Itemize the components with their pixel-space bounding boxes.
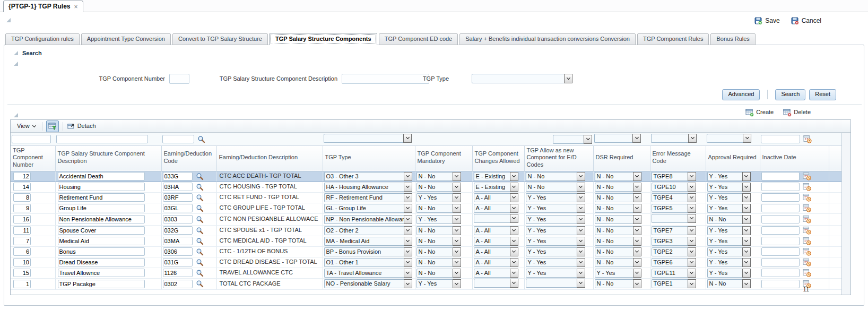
component-number-input[interactable]	[13, 226, 31, 235]
window-tab[interactable]: {PTGP-1} TGP Rules ×	[3, 1, 83, 12]
inactive-date-input[interactable]	[761, 237, 800, 245]
tgp-type-select[interactable]: NP - Non Pensionable Allowance	[324, 215, 412, 224]
column-header[interactable]: Earning/Deduction Description	[216, 145, 323, 171]
inactive-date-input[interactable]	[761, 269, 800, 277]
create-button[interactable]: Create	[745, 108, 774, 117]
component-description-input[interactable]	[58, 247, 145, 256]
collapse-triangle-icon[interactable]	[6, 18, 11, 22]
filter-inactive-date-input[interactable]	[761, 135, 800, 143]
calendar-icon[interactable]	[803, 247, 811, 256]
tab[interactable]: Bonus Rules	[710, 33, 755, 45]
dsr-required-select[interactable]: N - No	[595, 237, 641, 246]
component-description-input[interactable]	[58, 204, 145, 212]
inactive-date-input[interactable]	[761, 247, 800, 256]
error-message-code-select[interactable]: TGPE10	[652, 183, 696, 192]
ed-code-input[interactable]	[163, 247, 193, 256]
allow-new-component-select[interactable]: N - No	[526, 183, 585, 192]
error-message-code-select[interactable]: TGPE11	[652, 269, 696, 278]
ed-code-input[interactable]	[163, 226, 193, 235]
ed-code-input[interactable]	[163, 215, 193, 223]
ed-code-input[interactable]	[163, 269, 193, 277]
approval-required-select[interactable]: N - No	[707, 215, 751, 224]
vertical-scrollbar[interactable]	[841, 133, 850, 295]
tgp-type-select[interactable]: HA - Housing Allowance	[324, 183, 412, 192]
calendar-icon[interactable]	[803, 215, 811, 223]
filter-error-code-select[interactable]	[651, 134, 697, 143]
inactive-date-input[interactable]	[761, 204, 800, 212]
approval-required-select[interactable]: Y - Yes	[707, 269, 751, 278]
component-description-input[interactable]	[58, 237, 145, 245]
allow-new-component-select[interactable]: Y - Yes	[526, 193, 585, 202]
changes-allowed-select[interactable]: A - All	[474, 193, 518, 202]
column-header[interactable]: TGP Type	[323, 145, 415, 171]
delete-button[interactable]: Delete	[783, 108, 811, 117]
ed-code-input[interactable]	[163, 237, 193, 245]
dsr-required-select[interactable]: N - No	[595, 247, 641, 256]
changes-allowed-select[interactable]: E - Existing	[474, 172, 518, 181]
tab[interactable]: TGP Configuration rules	[5, 33, 80, 45]
lookup-magnifier-icon[interactable]	[196, 227, 204, 235]
column-header[interactable]: Earning/Deduction Code	[161, 145, 216, 171]
changes-allowed-select[interactable]: A - All	[474, 237, 518, 246]
filter-tgp-type-select[interactable]	[324, 134, 412, 143]
changes-allowed-select[interactable]	[474, 214, 518, 223]
allow-new-component-select[interactable]: Y - Yes	[526, 237, 585, 246]
component-number-input[interactable]	[13, 258, 31, 266]
view-menu-button[interactable]: View	[14, 122, 38, 131]
column-header[interactable]: TGP Component Number	[11, 145, 55, 171]
query-by-example-button[interactable]	[46, 121, 59, 132]
mandatory-select[interactable]: N - No	[416, 172, 461, 181]
filter-ed-code-input[interactable]	[162, 135, 194, 143]
error-message-code-select[interactable]: TGPE4	[652, 193, 696, 202]
mandatory-select[interactable]: N - No	[416, 183, 461, 192]
calendar-icon[interactable]	[803, 135, 812, 143]
changes-allowed-select[interactable]: A - All	[474, 258, 518, 267]
mandatory-select[interactable]: Y - Yes	[416, 193, 461, 202]
calendar-icon[interactable]	[803, 204, 811, 212]
component-description-input[interactable]	[58, 269, 145, 277]
lookup-magnifier-icon[interactable]	[196, 183, 204, 191]
lookup-magnifier-icon[interactable]	[197, 135, 205, 143]
column-header[interactable]: TGP Allow as new Component for E/D Codes	[524, 145, 593, 171]
allow-new-component-select[interactable]: Y - Yes	[526, 247, 585, 256]
component-description-input[interactable]	[58, 226, 145, 235]
component-description-input[interactable]	[58, 258, 145, 266]
tgp-type-select[interactable]: BP - Bonus Provision	[324, 247, 412, 256]
cancel-button[interactable]: Cancel	[791, 16, 821, 25]
table-row[interactable]: CTC GROUP LIFE - TGP TOTAL GL - Group Li…	[11, 203, 842, 213]
collapse-triangle-icon[interactable]	[14, 113, 18, 117]
tab[interactable]: TGP Salary Structure Components	[270, 33, 377, 45]
allow-new-component-select[interactable]: Y - Yes	[526, 258, 585, 267]
filter-component-description-input[interactable]	[56, 135, 148, 143]
lookup-magnifier-icon[interactable]	[196, 259, 204, 266]
component-description-input[interactable]	[58, 172, 145, 180]
inactive-date-input[interactable]	[761, 172, 800, 180]
mandatory-select[interactable]: N - No	[416, 204, 461, 213]
dsr-required-select[interactable]: N - No	[595, 183, 641, 192]
tgp-type-select[interactable]: GL - Group Life	[324, 204, 412, 213]
component-description-input[interactable]	[58, 193, 145, 202]
lookup-magnifier-icon[interactable]	[196, 269, 204, 277]
error-message-code-select[interactable]: TGPE3	[652, 237, 696, 246]
lookup-magnifier-icon[interactable]	[196, 194, 204, 202]
column-header[interactable]: TGP Component Changes Allowed	[472, 145, 524, 171]
search-button[interactable]: Search	[775, 89, 805, 100]
column-header[interactable]: Inactive Date	[760, 145, 829, 171]
calendar-icon[interactable]	[803, 237, 811, 245]
mandatory-select[interactable]: N - No	[416, 269, 461, 278]
allow-new-component-select[interactable]: Y - Yes	[526, 226, 585, 235]
dsr-required-select[interactable]: N - No	[595, 193, 641, 202]
ed-code-input[interactable]	[163, 183, 193, 191]
changes-allowed-select[interactable]: A - All	[474, 226, 518, 235]
approval-required-select[interactable]: Y - Yes	[707, 258, 751, 267]
tab[interactable]: Convert to TGP Salary Structure	[172, 33, 268, 45]
allow-new-component-select[interactable]: N - No	[526, 172, 585, 181]
dsr-required-select[interactable]: N - No	[595, 215, 641, 224]
save-button[interactable]: Save	[754, 16, 779, 25]
calendar-icon[interactable]	[803, 193, 811, 202]
component-number-input[interactable]	[13, 269, 31, 277]
mandatory-select[interactable]: N - No	[416, 247, 461, 256]
tgp-type-select[interactable]: MA - Medical Aid	[324, 237, 412, 246]
approval-required-select[interactable]: Y - Yes	[707, 226, 751, 235]
ed-code-input[interactable]	[163, 172, 193, 180]
